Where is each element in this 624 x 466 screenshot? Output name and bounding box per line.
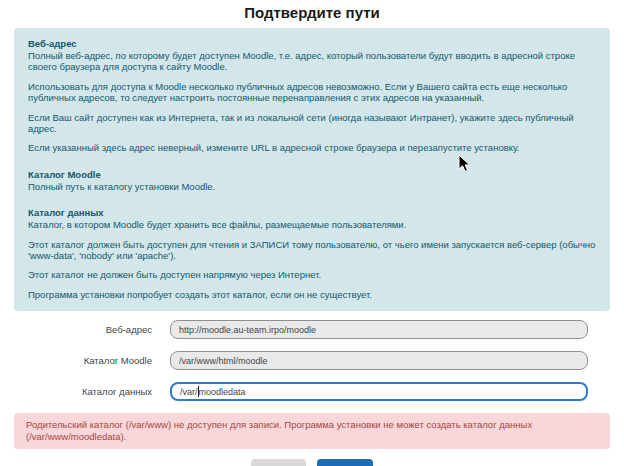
input-text-before-caret: /var/ [180,387,198,397]
help-section-web-address: Веб-адрес Полный веб-адрес, по которому … [28,38,596,154]
help-paragraph: Каталог, в котором Moodle будет хранить … [28,219,596,230]
moodle-directory-label: Каталог Moodle [0,355,152,366]
next-button[interactable]: Далее » [317,459,373,466]
help-paragraph: Этот каталог должен быть доступен для чт… [28,239,596,262]
help-paragraph: Полный веб-адрес, по которому будет дост… [28,50,596,73]
help-heading-moodle-directory: Каталог Moodle [28,169,596,180]
page-title: Подтвердите пути [0,4,624,21]
input-text-after-caret: moodledata [199,387,246,397]
help-paragraph: Программа установки попробует создать эт… [28,289,596,300]
web-address-label: Веб-адрес [0,324,152,335]
data-directory-input[interactable]: /var/moodledata [170,382,588,401]
help-paragraph: Полный путь к каталогу установки Moodle. [28,181,596,192]
error-alert: Родительский каталог (/var/www) не досту… [14,413,610,449]
back-button[interactable]: « Назад [251,459,306,466]
help-paragraph: Этот каталог не должен быть доступен нап… [28,269,596,280]
form-row-web-address: Веб-адрес [0,320,624,339]
help-section-data-directory: Каталог данных Каталог, в котором Moodle… [28,207,596,300]
install-confirm-paths-page: Подтвердите пути Веб-адрес Полный веб-ад… [0,4,624,466]
form-row-moodle-directory: Каталог Moodle [0,351,624,370]
help-paragraph: Если указанный здесь адрес неверный, изм… [28,142,596,153]
moodle-directory-input[interactable] [170,351,588,370]
data-directory-label: Каталог данных [0,386,152,397]
navigation-buttons: « Назад Далее » [0,458,624,466]
web-address-input[interactable] [170,320,588,339]
help-paragraph: Если Ваш сайт доступен как из Интернета,… [28,112,596,135]
error-message: Родительский каталог (/var/www) не досту… [26,419,532,442]
help-section-moodle-directory: Каталог Moodle Полный путь к каталогу ус… [28,169,596,192]
form-row-data-directory: Каталог данных /var/moodledata [0,382,624,401]
paths-form: Веб-адрес Каталог Moodle Каталог данных … [0,320,624,401]
help-paragraph: Использовать для доступа к Moodle нескол… [28,81,596,104]
paths-help-panel: Веб-адрес Полный веб-адрес, по которому … [14,28,610,311]
help-heading-web-address: Веб-адрес [28,38,596,49]
help-heading-data-directory: Каталог данных [28,207,596,218]
